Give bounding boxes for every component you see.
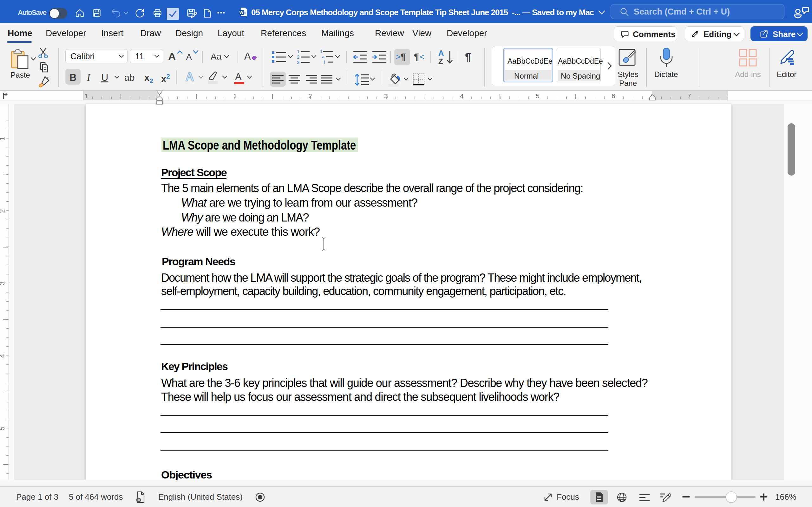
svg-text:Z: Z — [438, 57, 443, 65]
svg-text:1: 1 — [320, 49, 322, 54]
svg-text:W: W — [240, 10, 244, 15]
svg-text:A: A — [185, 70, 194, 83]
svg-text:A: A — [438, 49, 444, 57]
svg-text:1: 1 — [297, 49, 299, 54]
svg-text:a: a — [322, 54, 324, 59]
svg-text:2: 2 — [297, 54, 299, 60]
svg-text:i: i — [324, 60, 325, 65]
svg-text:3: 3 — [297, 60, 299, 65]
